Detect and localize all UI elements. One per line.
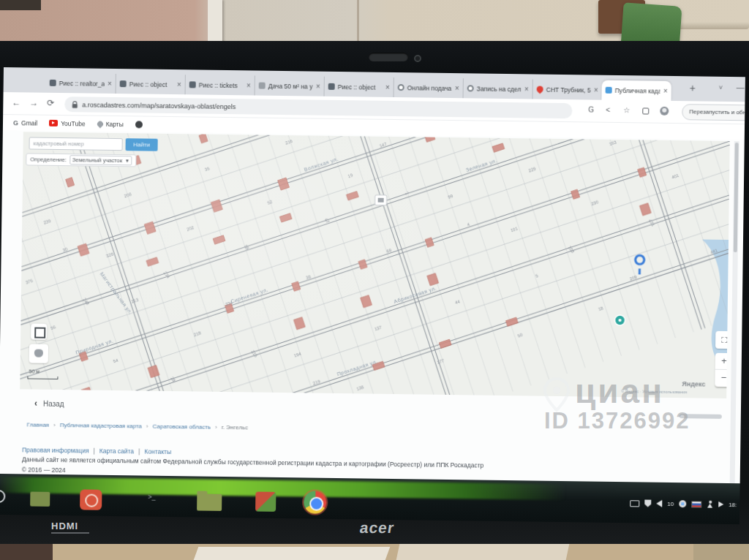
webcam-icon: [414, 55, 421, 62]
footer-link[interactable]: Правовая информация: [22, 446, 89, 454]
language-flag-icon[interactable]: [691, 501, 701, 507]
footer-link[interactable]: Карта сайта: [99, 447, 134, 455]
bookmark-star-icon[interactable]: ☆: [623, 106, 630, 114]
tab-close-icon[interactable]: ×: [177, 80, 181, 88]
hdmi-subtext: [51, 532, 89, 534]
definition-filter: Определение: Земельный участок ▾: [26, 153, 136, 167]
cadastral-map[interactable]: 20А3021321821521921619245183123565428533…: [20, 132, 730, 398]
tab-label: Публичная кадас...: [615, 86, 660, 94]
browser-tab[interactable]: Публичная кадас...×: [601, 80, 671, 101]
desk-edge: [693, 544, 749, 560]
cian-pin-icon: [543, 377, 571, 412]
cadastral-number-input[interactable]: кадастровый номер: [29, 137, 123, 151]
red-app-icon[interactable]: [80, 489, 102, 510]
streetview-peg-button[interactable]: [29, 344, 48, 363]
scrollbar-thumb[interactable]: [734, 143, 739, 252]
screenshot-app-icon[interactable]: [30, 492, 50, 507]
browser-tab[interactable]: СНТ Трубник, 55...×: [532, 79, 601, 99]
map-search-button[interactable]: Найти: [126, 138, 158, 151]
bookmark-label: Карты: [106, 120, 124, 127]
accessibility-icon[interactable]: [707, 501, 713, 508]
tab-close-icon[interactable]: ×: [385, 83, 390, 91]
layers-button[interactable]: [31, 324, 47, 340]
browser-tab[interactable]: Риес :: tickets×: [185, 75, 255, 95]
file-manager-icon[interactable]: [197, 494, 222, 511]
reload-icon[interactable]: ⟳: [47, 98, 54, 108]
grid-favicon-icon: [328, 83, 335, 90]
browser-tab[interactable]: Риес :: object×: [116, 74, 185, 94]
tab-close-icon[interactable]: ×: [455, 84, 459, 92]
youtube-icon: [49, 120, 58, 126]
yandex-logo[interactable]: Яндекс: [682, 380, 705, 387]
bookmark-youtube[interactable]: YouTube: [49, 119, 86, 127]
bookmark-maps[interactable]: Карты: [97, 120, 124, 127]
breadcrumb-item[interactable]: Главная: [27, 421, 50, 428]
new-tab-button[interactable]: +: [690, 82, 696, 94]
doc-favicon-icon: [259, 83, 266, 89]
tab-label: Риес :: object: [129, 80, 174, 88]
browser-tab[interactable]: Риес :: realtor_av×: [46, 73, 116, 94]
tray-expand-icon[interactable]: [718, 502, 723, 507]
webcam-slot: [369, 53, 408, 61]
land-type-select[interactable]: Земельный участок ▾: [69, 155, 132, 165]
chevron-left-icon: ‹: [34, 398, 37, 409]
profile-avatar[interactable]: [660, 107, 669, 116]
breadcrumb-separator: ›: [146, 423, 148, 430]
map-canvas[interactable]: 20А3021321821521921619245183123565428533…: [20, 132, 730, 398]
browser-tab[interactable]: Риес :: object×: [324, 77, 394, 97]
link-separator: |: [138, 447, 140, 455]
keyboard-layout-icon[interactable]: [630, 500, 639, 507]
filter-label: Определение:: [30, 156, 67, 163]
window-minimize-button[interactable]: —: [737, 83, 745, 91]
breadcrumb-item[interactable]: Публичная кадастровая карта: [60, 422, 142, 429]
breadcrumb-item[interactable]: Саратовская область: [153, 423, 211, 431]
tab-close-icon[interactable]: ×: [663, 87, 668, 95]
tab-label: Запись на сделку: [477, 85, 522, 93]
padlock-icon: [72, 101, 78, 108]
tab-label: Риес :: tickets: [199, 81, 244, 89]
breadcrumb-item[interactable]: г. Энгельс: [222, 424, 248, 431]
map-search: кадастровый номер Найти: [29, 137, 158, 151]
map-favicon-icon: [606, 87, 612, 94]
bookmark-gmail[interactable]: G Gmail: [13, 119, 37, 126]
back-nav-icon[interactable]: ←: [12, 97, 20, 107]
tab-close-icon[interactable]: ×: [594, 86, 598, 94]
grid-favicon-icon: [50, 80, 56, 86]
footer-link[interactable]: Контакты: [144, 448, 171, 455]
back-link-label: Назад: [43, 399, 64, 407]
globe-icon: [135, 121, 143, 128]
extensions-icon[interactable]: [642, 107, 649, 114]
screen: Риес :: realtor_av×Риес :: object×Риес :…: [0, 67, 745, 524]
cian-watermark: циан: [575, 371, 664, 411]
back-link[interactable]: ‹ Назад: [34, 398, 64, 409]
tab-label: Онлайн подача...: [407, 84, 452, 92]
chrome-icon[interactable]: [304, 491, 326, 513]
shield-icon[interactable]: [644, 500, 651, 507]
copyright-text: © 2016 — 2024: [22, 466, 66, 474]
tab-search-chevron-icon[interactable]: ˅: [719, 84, 723, 91]
browser-tab[interactable]: Дача 50 м² на уч...×: [255, 75, 324, 96]
share-icon[interactable]: <: [606, 106, 610, 114]
paper-sheet: [194, 547, 391, 560]
chevron-down-icon: ▾: [126, 157, 129, 164]
bookmark-label: Gmail: [21, 119, 37, 126]
url-text: a.roscadastres.com/map/saratovskaya-obla…: [82, 101, 236, 110]
browser-tab[interactable]: Онлайн подача...×: [394, 77, 463, 98]
media-app-icon[interactable]: [255, 492, 276, 512]
tray-number: 10: [667, 500, 674, 507]
terminal-icon[interactable]: >_: [148, 493, 155, 501]
globe-favicon-icon: [398, 84, 404, 91]
tab-close-icon[interactable]: ×: [316, 83, 320, 91]
forward-nav-icon[interactable]: →: [29, 97, 38, 107]
acer-logo: acer: [358, 519, 396, 537]
volume-icon[interactable]: [656, 500, 662, 507]
browser-tab[interactable]: Запись на сделку×: [463, 78, 532, 99]
restart-update-button[interactable]: Перезапустить и обновить: [682, 104, 745, 121]
tab-label: Риес :: realtor_av: [59, 79, 105, 87]
tab-close-icon[interactable]: ×: [108, 80, 112, 88]
tab-close-icon[interactable]: ×: [246, 81, 251, 89]
translate-icon[interactable]: G: [588, 105, 594, 113]
tab-label: Риес :: object: [338, 83, 383, 91]
tab-close-icon[interactable]: ×: [524, 85, 529, 93]
browser-tray-icon[interactable]: [679, 500, 686, 507]
